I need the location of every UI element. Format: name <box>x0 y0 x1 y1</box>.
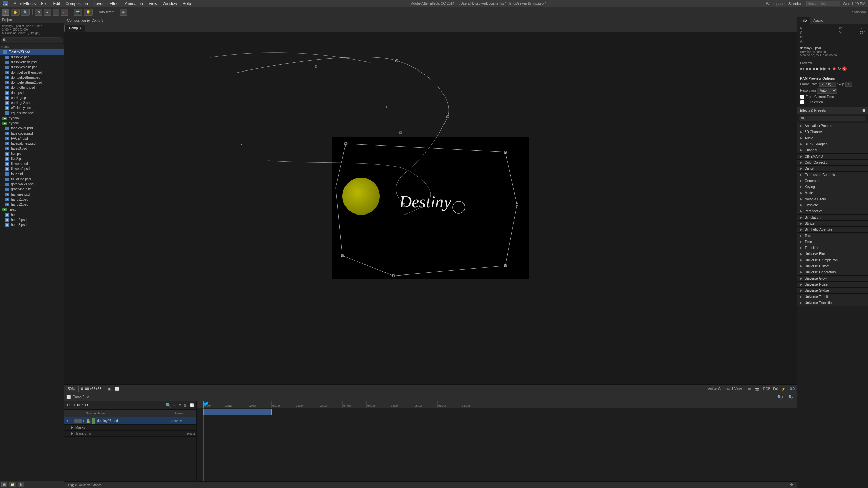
from-current-checkbox[interactable] <box>800 95 804 99</box>
delete-btn[interactable]: 🗑 <box>18 482 24 487</box>
prev-frame-btn[interactable]: ◀◀ <box>805 66 811 71</box>
mask-handle[interactable] <box>345 143 347 145</box>
effect-group-header[interactable]: Universe Noise <box>797 282 868 287</box>
effect-group-header[interactable]: Channel <box>797 147 868 153</box>
effect-group-header[interactable]: Matte <box>797 190 868 196</box>
mask-handle[interactable] <box>341 255 343 257</box>
list-item[interactable]: psdontnothing.psd <box>0 85 64 90</box>
bezier-handle[interactable] <box>395 59 398 62</box>
fullscreen-checkbox[interactable] <box>800 100 804 104</box>
list-item[interactable]: psfive.psd <box>0 151 64 156</box>
layer-sub-row[interactable]: Transform Reset <box>64 431 196 437</box>
tab-comp3[interactable]: Comp 3 <box>64 25 85 32</box>
list-item[interactable]: psequalslime.psd <box>0 110 64 116</box>
effect-group-header[interactable]: Distort <box>797 166 868 171</box>
active-camera-label[interactable]: Active Camera <box>708 387 730 391</box>
list-item[interactable]: psearrings2.psd <box>0 100 64 105</box>
reset-btn[interactable]: Reset <box>187 432 195 435</box>
resolution-select[interactable]: Auto Full Half Quarter <box>817 88 837 94</box>
hand-tool[interactable]: ✋ <box>11 9 20 16</box>
layer-track-bar[interactable] <box>203 409 271 415</box>
effect-group-header[interactable]: 3D Channel <box>797 129 868 135</box>
search-timeline-btn[interactable]: 🔍 <box>165 403 171 408</box>
menu-app[interactable]: After Effects <box>14 1 36 6</box>
timeline-zoom-out[interactable]: 🔍- <box>787 395 795 399</box>
region-of-interest-btn[interactable]: ▣ <box>106 387 112 391</box>
effect-group-header[interactable]: Perspective <box>797 208 868 214</box>
effect-group-header[interactable]: Synthetic Aperture <box>797 227 868 232</box>
list-item[interactable]: psfaces3.psd <box>0 146 64 151</box>
camera-tool[interactable]: 📷 <box>74 9 82 16</box>
last-frame-btn[interactable]: ⏭ <box>827 66 831 71</box>
puppet-tool[interactable]: ⊕ <box>120 9 127 16</box>
bezier-handle[interactable] <box>446 115 449 118</box>
list-item[interactable]: pshead <box>0 212 64 217</box>
layer-lock-btn[interactable]: 🔒 <box>86 419 90 423</box>
effect-group-header[interactable]: Transition <box>797 245 868 251</box>
tab-audio[interactable]: Audio <box>810 17 826 24</box>
effect-group-header[interactable]: Blur & Sharpen <box>797 141 868 147</box>
playhead[interactable] <box>203 401 204 408</box>
menu-composition[interactable]: Composition <box>65 1 88 6</box>
list-item[interactable]: psfive2.psd <box>0 156 64 161</box>
list-item[interactable]: psearrings.psd <box>0 95 64 100</box>
effect-group-header[interactable]: Universe Glow <box>797 276 868 281</box>
magnification-display[interactable]: 50% <box>66 387 76 391</box>
mask-handle[interactable] <box>504 151 506 153</box>
show-channel-btn[interactable]: RGB <box>762 387 772 391</box>
step-back-btn[interactable]: ◀ <box>812 66 815 71</box>
workspace-value[interactable]: Standard <box>788 2 804 6</box>
motion-blur-btn[interactable]: ◎ <box>182 403 188 407</box>
list-item[interactable]: pshead2.psd <box>0 217 64 222</box>
list-item[interactable]: ▶eyball1 <box>0 121 64 126</box>
select-tool[interactable]: ↖ <box>2 9 9 16</box>
list-item[interactable]: pshead3.psd <box>0 222 64 227</box>
list-item[interactable]: psfour.psd <box>0 171 64 177</box>
list-item[interactable]: psdissolveflash.psd <box>0 60 64 65</box>
list-item[interactable]: psefficiency.psd <box>0 105 64 110</box>
effects-menu[interactable]: ☰ <box>862 109 865 113</box>
zoom-tool[interactable]: 🔍 <box>21 9 30 16</box>
list-item[interactable]: ▶eyball2 <box>0 116 64 121</box>
skip-input[interactable] <box>845 82 852 87</box>
timecode-display[interactable]: 0:00:00:03 <box>81 387 101 391</box>
new-folder-btn[interactable]: 📁 <box>9 482 16 487</box>
menu-help[interactable]: Help <box>182 1 191 6</box>
preview-menu[interactable]: ☰ <box>862 61 865 65</box>
layer-av-audio[interactable] <box>78 419 82 423</box>
list-item[interactable]: psfull of life.psd <box>0 177 64 182</box>
menu-animation[interactable]: Animation <box>125 1 143 6</box>
list-item[interactable]: psdissolve.psd <box>0 55 64 60</box>
effect-group-header[interactable]: Universe Transitions <box>797 300 868 306</box>
mask-handle[interactable] <box>392 275 394 277</box>
list-item[interactable]: psgratifying.psd <box>0 187 64 192</box>
effect-group-header[interactable]: Time <box>797 239 868 245</box>
effects-search-input[interactable] <box>799 116 866 121</box>
in-point[interactable] <box>203 409 204 415</box>
graph-editor-btn[interactable]: 📈 <box>188 403 195 407</box>
effect-group-header[interactable]: Universe Generators <box>797 269 868 275</box>
list-item[interactable]: psfacepatches.psd <box>0 141 64 146</box>
timeline-new-btn[interactable]: ⊞ <box>783 483 789 487</box>
layer-expand-btn[interactable]: ▼ <box>66 419 69 423</box>
effect-group-header[interactable]: Obsolete <box>797 202 868 208</box>
effect-group-header[interactable]: Universe Toonit <box>797 294 868 300</box>
mask-handle[interactable] <box>516 204 518 206</box>
list-item[interactable]: pshands2.psd <box>0 202 64 207</box>
menu-window[interactable]: Window <box>163 1 177 6</box>
list-item[interactable]: psflowers.psd <box>0 161 64 166</box>
bezier-handle[interactable] <box>315 66 317 67</box>
record-btn[interactable]: ⏺ <box>832 66 836 71</box>
list-item[interactable]: psdontbeleivthem2.psd <box>0 80 64 85</box>
list-item[interactable]: ps Destiny23.psd <box>0 49 64 55</box>
render-queue-btn[interactable]: ⊞ <box>747 387 752 391</box>
effect-group-header[interactable]: Generate <box>797 178 868 184</box>
layer-row[interactable]: ▼ 1 ● 🔒 destiny23.psd None ▼ <box>64 417 196 425</box>
menu-file[interactable]: File <box>41 1 47 6</box>
menu-effect[interactable]: Effect <box>109 1 119 6</box>
list-item[interactable]: psFACE4.psd <box>0 136 64 141</box>
out-point[interactable] <box>271 409 272 415</box>
menu-layer[interactable]: Layer <box>94 1 104 6</box>
effect-group-header[interactable]: Stylize <box>797 221 868 226</box>
loop-btn[interactable]: ↻ <box>837 66 841 71</box>
